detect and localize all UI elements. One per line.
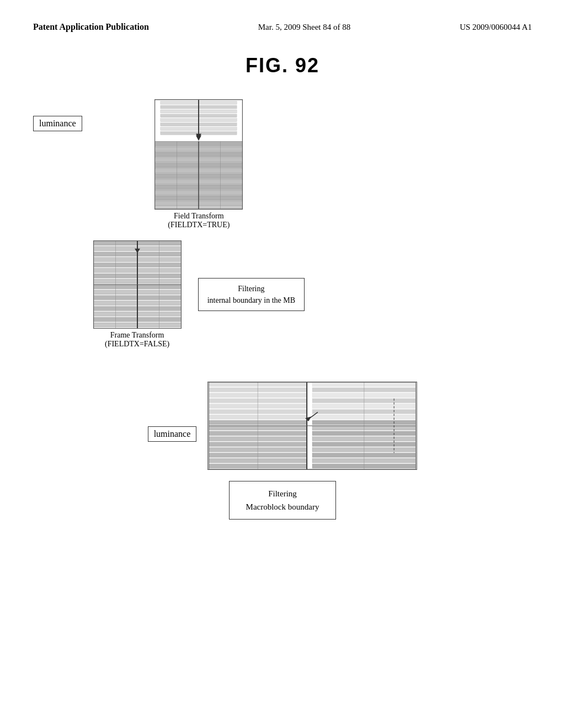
field-transform-label: Field Transform (FIELDTX=TRUE) (168, 212, 230, 229)
mb-row: luminance (148, 382, 418, 470)
frame-transform-svg (94, 241, 181, 328)
field-transform-svg (155, 100, 242, 209)
frame-transform-container: Frame Transform (FIELDTX=FALSE) (93, 240, 182, 349)
top-section: luminance (33, 99, 532, 349)
mb-diagram-svg (208, 382, 417, 469)
frame-transform-label: Frame Transform (FIELDTX=FALSE) (105, 331, 169, 349)
filter-macroblock-box: Filtering Macroblock boundary (229, 481, 337, 520)
luminance-label-bottom: luminance (148, 426, 197, 442)
publication-date-sheet: Mar. 5, 2009 Sheet 84 of 88 (258, 23, 350, 32)
figure-title: FIG. 92 (0, 54, 565, 77)
field-transform-diagram (154, 99, 243, 210)
filter-internal-boundary-box: Filtering internal boundary in the MB (198, 278, 305, 311)
transforms-column: Field Transform (FIELDTX=TRUE) (93, 99, 305, 349)
frame-transform-diagram (93, 240, 182, 329)
publication-number: US 2009/0060044 A1 (460, 23, 532, 32)
mb-diagram (207, 382, 417, 470)
page-header: Patent Application Publication Mar. 5, 2… (0, 0, 565, 32)
frame-section: Frame Transform (FIELDTX=FALSE) Filterin… (93, 240, 305, 349)
diagrams-area: luminance (0, 77, 565, 531)
field-transform-container: Field Transform (FIELDTX=TRUE) (93, 99, 305, 229)
bottom-section: luminance (33, 382, 532, 520)
publication-title: Patent Application Publication (33, 22, 149, 32)
luminance-label-top: luminance (33, 116, 82, 131)
